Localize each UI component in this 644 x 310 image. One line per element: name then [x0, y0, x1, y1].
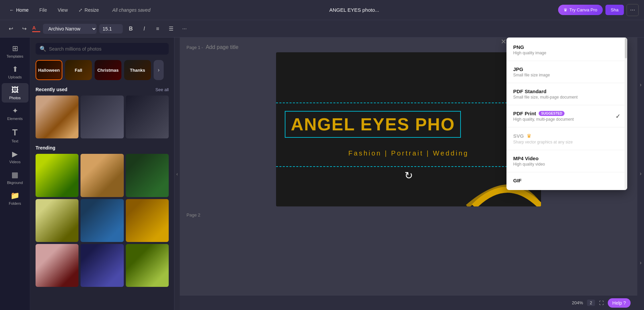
thanks-label: Thanks — [124, 60, 151, 80]
background-icon: ▦ — [11, 171, 18, 179]
svg-header: SVG ♛ — [513, 133, 621, 139]
chip-christmas[interactable]: Christmas — [95, 60, 121, 80]
chip-halloween[interactable]: Halloween — [36, 60, 62, 80]
view-button[interactable]: View — [54, 5, 72, 15]
see-all-link[interactable]: See all — [155, 87, 169, 92]
save-status: All changes saved — [112, 7, 151, 13]
more-toolbar-button[interactable]: ··· — [179, 23, 190, 34]
page-title-hint: Add page title — [206, 44, 238, 50]
canvas-page-1[interactable]: ANGEL EYES PHO Fashion | Portrait | Wedd… — [276, 52, 541, 206]
dropdown-item-mp4[interactable]: MP4 Video High quality video — [506, 151, 627, 171]
crown-icon: ♛ — [564, 7, 568, 12]
recently-used-title: Recently used — [36, 87, 67, 92]
sidebar-item-text[interactable]: T Text — [2, 125, 29, 146]
spin-icon: ↻ — [405, 170, 413, 181]
trending-photo-2[interactable] — [80, 154, 123, 197]
dropdown-item-pdf-print[interactable]: PDF Print SUGGESTED High quality, multi-… — [506, 107, 627, 126]
png-subtitle: High quality image — [513, 51, 621, 55]
file-button[interactable]: File — [35, 5, 51, 15]
mp4-title: MP4 Video — [513, 156, 539, 161]
search-input[interactable] — [49, 46, 165, 52]
trending-photo-8[interactable] — [80, 244, 123, 287]
sidebar-item-templates[interactable]: ⊞ Templates — [2, 42, 29, 61]
chip-more-arrow[interactable]: › — [154, 60, 164, 80]
home-button[interactable]: ← Home — [5, 5, 33, 15]
font-color-A: A — [32, 25, 40, 30]
trending-photo-9[interactable] — [126, 244, 169, 287]
align-button[interactable]: ≡ — [152, 23, 163, 34]
font-color-picker[interactable]: A — [32, 25, 40, 33]
trending-photo-5[interactable] — [80, 199, 123, 242]
recent-photo-3[interactable] — [126, 96, 169, 138]
selection-line-top — [276, 103, 541, 103]
mp4-subtitle: High quality video — [513, 162, 621, 167]
fullscreen-button[interactable]: ⛶ — [599, 300, 604, 306]
folders-icon: 📁 — [10, 191, 19, 200]
recent-photo-1[interactable] — [36, 96, 78, 138]
dropdown-item-png[interactable]: PNG High quality image — [506, 40, 627, 59]
font-family-select[interactable]: Archivo Narrow — [43, 24, 97, 34]
jpg-header: JPG — [513, 66, 621, 72]
sidebar-item-background[interactable]: ▦ Bkground — [2, 168, 29, 187]
right-arrow-up[interactable]: › — [640, 82, 641, 88]
bottom-bar: 204% 2 ⛶ Help ? — [180, 295, 637, 310]
sidebar-item-uploads[interactable]: ⬆ Uploads — [2, 62, 29, 82]
recent-photo-2[interactable] — [80, 96, 123, 138]
trending-photo-1[interactable] — [36, 154, 78, 197]
page2-label: Page 2 — [186, 212, 200, 218]
search-bar: 🔍 — [36, 43, 169, 55]
sidebar-text-label: Text — [11, 139, 18, 143]
chip-thanks[interactable]: Thanks — [124, 60, 151, 80]
view-label: View — [58, 7, 68, 13]
add-page-title-link[interactable]: Add page title — [206, 44, 238, 50]
sidebar-item-folders[interactable]: 📁 Folders — [2, 189, 29, 208]
sidebar-item-photos[interactable]: 🖼 Photos — [2, 83, 29, 103]
resize-button[interactable]: ⤢ Resize — [74, 5, 103, 15]
italic-button[interactable]: I — [139, 23, 150, 34]
hide-panel-button[interactable]: ‹ — [174, 38, 180, 310]
redo-button[interactable]: ↪ — [19, 23, 30, 34]
sidebar-item-videos[interactable]: ▶ Videos — [2, 147, 29, 167]
crown-icon: ♛ — [527, 133, 531, 139]
sidebar-item-elements[interactable]: ✦ Elements — [2, 104, 29, 123]
dropdown-item-gif[interactable]: GIF — [506, 174, 627, 187]
trending-grid — [36, 154, 169, 287]
export-dropdown: PNG High quality image JPG Small file si… — [506, 38, 627, 190]
font-size-input[interactable] — [99, 24, 123, 34]
elements-icon: ✦ — [12, 107, 18, 115]
recently-used-grid — [36, 96, 169, 138]
page-indicator: 2 — [587, 300, 595, 306]
share-button[interactable]: Sha — [605, 5, 624, 15]
divider-4 — [506, 127, 627, 127]
right-arrow-down[interactable]: › — [640, 260, 641, 266]
try-pro-button[interactable]: ♛ Try Canva Pro — [558, 5, 603, 15]
home-back-arrow: ← — [9, 7, 14, 13]
undo-button[interactable]: ↩ — [5, 23, 16, 34]
dropdown-item-svg[interactable]: SVG ♛ Sharp vector graphics at any size — [506, 129, 627, 148]
halloween-label: Halloween — [36, 61, 62, 79]
dropdown-item-jpg[interactable]: JPG Small file size image — [506, 62, 627, 81]
chip-fall[interactable]: Fall — [65, 60, 92, 80]
title-box[interactable]: ANGEL EYES PHO — [285, 111, 461, 138]
trending-photo-6[interactable] — [126, 199, 169, 242]
more-options-button[interactable]: ··· — [627, 4, 639, 16]
trending-photo-3[interactable] — [126, 154, 169, 197]
bold-button[interactable]: B — [125, 23, 136, 34]
text-icon: T — [12, 127, 18, 138]
trending-photo-7[interactable] — [36, 244, 78, 287]
main-layout: ⊞ Templates ⬆ Uploads 🖼 Photos ✦ Element… — [0, 38, 644, 310]
sidebar-photos-label: Photos — [9, 96, 20, 100]
right-arrow-mid[interactable]: › — [640, 171, 641, 177]
pdf-standard-title: PDF Standard — [513, 88, 546, 94]
suggested-badge: SUGGESTED — [539, 111, 565, 116]
dropdown-close-button[interactable]: ✕ — [501, 38, 506, 46]
help-button[interactable]: Help ? — [608, 298, 631, 308]
divider-6 — [506, 172, 627, 172]
jpg-title: JPG — [513, 66, 523, 72]
page1-label: Page 1 - — [186, 45, 203, 50]
dropdown-item-pdf-standard[interactable]: PDF Standard Small file size, multi-page… — [506, 84, 627, 104]
resize-label: Resize — [85, 7, 99, 13]
list-button[interactable]: ☰ — [166, 23, 176, 34]
trending-photo-4[interactable] — [36, 199, 78, 242]
sidebar-folders-label: Folders — [9, 201, 21, 205]
